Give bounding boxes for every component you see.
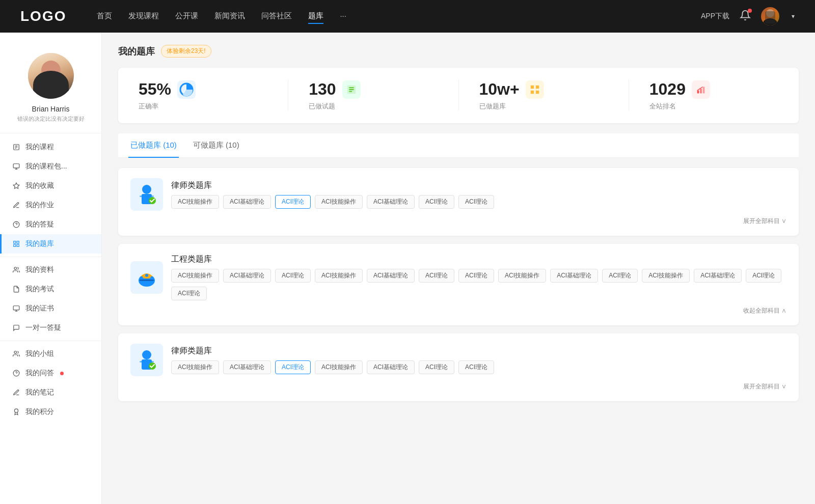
law2-tag-0[interactable]: ACI技能操作: [171, 360, 219, 374]
law2-tag-3[interactable]: ACI技能操作: [315, 360, 363, 374]
law2-tag-6[interactable]: ACI理论: [458, 360, 494, 374]
expand-button-1[interactable]: 展开全部科目 ∨: [743, 217, 786, 226]
qbank-icon-engineer: [130, 261, 163, 294]
avatar-person-bg: [28, 53, 74, 99]
eng-tag-6[interactable]: ACI理论: [458, 269, 494, 283]
svg-point-37: [142, 185, 151, 194]
stat-label-accuracy: 正确率: [139, 102, 158, 111]
law2-tag-1[interactable]: ACI基础理论: [223, 360, 271, 374]
eng-tag-13[interactable]: ACI理论: [171, 287, 207, 300]
nav-news[interactable]: 新闻资讯: [214, 9, 245, 24]
stat-icon-accuracy: [177, 80, 196, 99]
nav-menu: 首页 发现课程 公开课 新闻资讯 问答社区 题库 ···: [97, 9, 701, 24]
sidebar-item-notes[interactable]: 我的笔记: [0, 383, 101, 402]
stat-top: 130: [309, 80, 360, 99]
sidebar-item-one-on-one[interactable]: 一对一答疑: [0, 318, 101, 338]
eng-tag-11[interactable]: ACI基础理论: [694, 269, 742, 283]
sidebar-menu: 我的课程 我的课程包... 我的收藏 我的作业: [0, 133, 101, 426]
tag-4[interactable]: ACI基础理论: [367, 195, 415, 209]
tag-3[interactable]: ACI技能操作: [315, 195, 363, 209]
tag-5[interactable]: ACI理论: [419, 195, 454, 209]
eng-tag-4[interactable]: ACI基础理论: [367, 269, 415, 283]
sidebar-item-label: 我的答疑: [25, 220, 54, 229]
sidebar-item-points[interactable]: 我的积分: [0, 402, 101, 422]
eng-tag-3[interactable]: ACI技能操作: [315, 269, 363, 283]
nav-home[interactable]: 首页: [97, 9, 112, 24]
eng-tag-5[interactable]: ACI理论: [419, 269, 454, 283]
stat-done-banks: 10w+ 已做题库: [459, 80, 629, 111]
qbank-title-3: 律师类题库: [171, 346, 494, 356]
avatar[interactable]: [761, 7, 779, 25]
notes-icon: [12, 388, 20, 397]
sidebar-item-label: 我的积分: [25, 407, 54, 416]
course-icon: [12, 143, 20, 151]
questions-icon: [12, 369, 20, 377]
eng-tag-9[interactable]: ACI理论: [602, 269, 638, 283]
avatar-person-icon: [761, 7, 779, 25]
tab-available-banks[interactable]: 可做题库 (10): [191, 133, 241, 157]
svg-rect-13: [14, 241, 16, 243]
sidebar-item-certificate[interactable]: 我的证书: [0, 299, 101, 318]
tag-6[interactable]: ACI理论: [458, 195, 494, 209]
law2-tag-4[interactable]: ACI基础理论: [367, 360, 415, 374]
course-pack-icon: [12, 162, 20, 171]
qbank-info-3: 律师类题库 ACI技能操作 ACI基础理论 ACI理论 ACI技能操作 ACI基…: [171, 346, 494, 374]
avatar-dropdown-icon[interactable]: ▾: [792, 13, 795, 20]
sidebar-item-group[interactable]: 我的小组: [0, 344, 101, 363]
sidebar-item-profile[interactable]: 我的资料: [0, 260, 101, 279]
tag-0[interactable]: ACI技能操作: [171, 195, 219, 209]
tag-1[interactable]: ACI基础理论: [223, 195, 271, 209]
eng-tag-7[interactable]: ACI技能操作: [498, 269, 546, 283]
tag-2[interactable]: ACI理论: [275, 195, 311, 209]
stat-value-rank: 1029: [649, 80, 686, 99]
qbank-title-2: 工程类题库: [171, 254, 786, 265]
sidebar-item-homework[interactable]: 我的作业: [0, 195, 101, 215]
tab-done-banks[interactable]: 已做题库 (10): [128, 133, 179, 157]
law2-tag-2[interactable]: ACI理论: [275, 360, 311, 374]
sidebar-item-course-pack[interactable]: 我的课程包...: [0, 157, 101, 176]
chat-icon: [12, 324, 20, 332]
grid-icon: [529, 84, 540, 95]
eng-tag-10[interactable]: ACI技能操作: [642, 269, 690, 283]
sidebar-username: Brian Harris: [32, 105, 70, 113]
sidebar-divider-1: [0, 257, 101, 257]
expand-button-3[interactable]: 展开全部科目 ∨: [743, 382, 786, 391]
certificate-icon: [12, 304, 20, 313]
stat-ranking: 1029 全站排名: [629, 80, 799, 111]
svg-rect-34: [697, 90, 699, 93]
nav-qa[interactable]: 问答社区: [261, 9, 292, 24]
svg-rect-30: [530, 85, 533, 88]
eng-tag-8[interactable]: ACI基础理论: [550, 269, 598, 283]
qbank-icon: [12, 240, 20, 248]
sidebar-item-exam[interactable]: 我的考试: [0, 279, 101, 299]
qbank-card-engineer: 工程类题库 ACI技能操作 ACI基础理论 ACI理论 ACI技能操作 ACI基…: [118, 244, 799, 325]
sidebar-divider-2: [0, 341, 101, 341]
svg-rect-32: [530, 90, 533, 93]
eng-tag-1[interactable]: ACI基础理论: [223, 269, 271, 283]
qbank-info: 律师类题库 ACI技能操作 ACI基础理论 ACI理论 ACI技能操作 ACI基…: [171, 180, 494, 209]
nav-discover[interactable]: 发现课程: [128, 9, 159, 24]
nav-qbank[interactable]: 题库: [308, 9, 323, 24]
qbank-tags-2: ACI技能操作 ACI基础理论 ACI理论 ACI技能操作 ACI基础理论 AC…: [171, 269, 786, 300]
svg-rect-48: [140, 361, 154, 362]
eng-tag-0[interactable]: ACI技能操作: [171, 269, 219, 283]
sidebar-item-qbank[interactable]: 我的题库: [0, 234, 101, 254]
nav-open-course[interactable]: 公开课: [175, 9, 198, 24]
tabs: 已做题库 (10) 可做题库 (10): [118, 133, 799, 158]
page-title: 我的题库: [118, 45, 155, 58]
eng-tag-2[interactable]: ACI理论: [275, 269, 311, 283]
sidebar-item-qa[interactable]: 我的答疑: [0, 215, 101, 234]
sidebar-item-my-course[interactable]: 我的课程: [0, 137, 101, 157]
sidebar-item-my-questions[interactable]: 我的问答: [0, 363, 101, 383]
sidebar-item-collection[interactable]: 我的收藏: [0, 176, 101, 195]
expand-button-2[interactable]: 收起全部科目 ∧: [743, 306, 786, 315]
app-download-button[interactable]: APP下载: [701, 12, 729, 21]
notification-bell-button[interactable]: [740, 10, 751, 23]
qbank-icon-lawyer: [130, 178, 163, 211]
law2-tag-5[interactable]: ACI理论: [419, 360, 454, 374]
eng-tag-12[interactable]: ACI理论: [746, 269, 781, 283]
sidebar-item-label: 我的证书: [25, 304, 54, 313]
nav-more[interactable]: ···: [340, 9, 346, 24]
navbar-right: APP下载 ▾: [701, 7, 795, 25]
trial-badge: 体验剩余23天!: [161, 45, 211, 58]
